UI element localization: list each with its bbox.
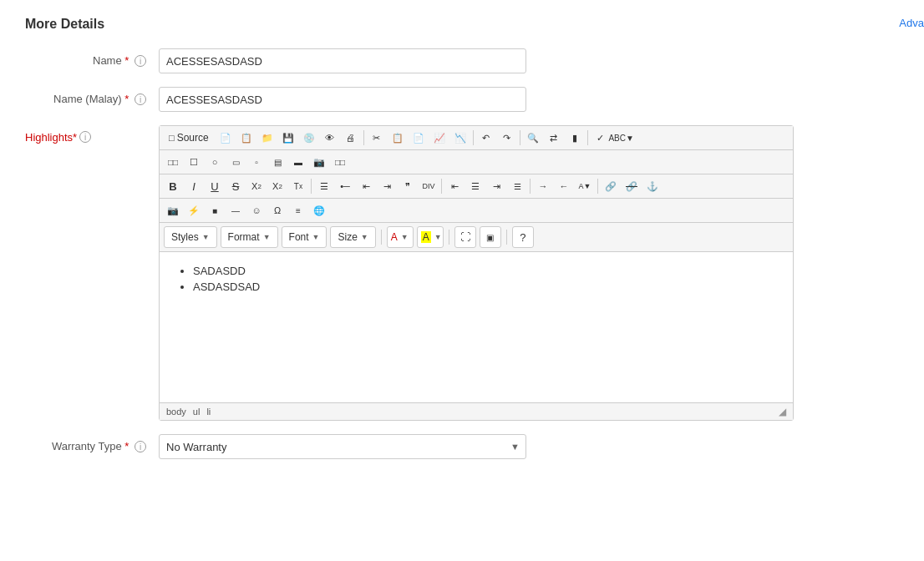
numbered-list-button[interactable]: ☰ <box>314 177 334 195</box>
unlink-button[interactable]: 🔗 <box>622 177 642 195</box>
copy-button[interactable]: 📋 <box>388 129 408 147</box>
show-blocks-button[interactable]: ▣ <box>480 226 501 248</box>
paste-word-button[interactable]: 📉 <box>450 129 470 147</box>
spellcheck-button[interactable]: ✓ <box>591 129 611 147</box>
flash-button[interactable]: ⚡ <box>184 201 204 220</box>
new-doc-button[interactable]: 📄 <box>216 129 236 147</box>
indent-button[interactable]: ⇥ <box>377 177 397 195</box>
save-all-button[interactable]: 💿 <box>299 129 319 147</box>
name-required: * <box>124 54 129 67</box>
highlights-info-icon[interactable]: i <box>79 131 91 143</box>
blockquote-button[interactable]: ❞ <box>398 177 418 195</box>
styles-dropdown[interactable]: Styles ▼ <box>164 226 217 248</box>
textfield-button[interactable]: ▭ <box>226 153 246 171</box>
table2-button[interactable]: ■ <box>205 201 225 220</box>
highlights-editor-wrapper: □ Source 📄 📋 📁 💾 💿 👁 🖨 ✂ 📋 📄 📈 📉 <box>159 125 794 421</box>
dropdown-row: Styles ▼ Format ▼ Font ▼ Size ▼ <box>160 223 793 252</box>
bg-color-button[interactable]: A ▼ <box>417 226 444 248</box>
hiddenfield-button[interactable]: □□ <box>330 153 350 171</box>
warranty-type-required: * <box>124 440 129 452</box>
undo-button[interactable]: ↶ <box>476 129 496 147</box>
div-button[interactable]: DIV <box>419 177 439 195</box>
source-icon: □ <box>169 133 175 143</box>
page-container: More Details Adva Name * i Name (Malay) … <box>0 0 924 561</box>
justify-right-button[interactable]: ⇥ <box>486 177 506 195</box>
bullet-list-button[interactable]: •─ <box>335 177 355 195</box>
print-button[interactable]: 🖨 <box>341 129 361 147</box>
name-malay-input[interactable] <box>159 87 526 112</box>
language-button[interactable]: A▼ <box>575 177 595 195</box>
text-color-arrow: ▼ <box>401 233 409 241</box>
toolbar-row-3: B I U S X2 X2 Tx ☰ •─ ⇤ ⇥ ❞ DIV ⇤ ☰ <box>160 174 793 199</box>
subscript-button[interactable]: X2 <box>246 177 267 195</box>
highlights-row: Highlights * i □ Source 📄 📋 📁 💾 💿 <box>25 125 899 421</box>
button-button[interactable]: ▬ <box>288 153 308 171</box>
templates-button[interactable]: 📋 <box>236 129 256 147</box>
strikethrough-button[interactable]: S <box>226 177 246 195</box>
select-button[interactable]: ▤ <box>267 153 287 171</box>
resize-handle[interactable]: ◢ <box>779 406 786 417</box>
text-color-button[interactable]: A ▼ <box>387 226 414 248</box>
table-button[interactable]: □□ <box>163 153 183 171</box>
warranty-type-info-icon[interactable]: i <box>135 441 146 452</box>
adv-link[interactable]: Adva <box>899 17 924 29</box>
text-color-icon: A <box>391 231 398 243</box>
imagebutton-button[interactable]: 📷 <box>309 153 329 171</box>
find-button[interactable]: 🔍 <box>523 129 543 147</box>
toolbar-sep-1 <box>363 130 364 145</box>
name-malay-label-text: Name <box>53 93 83 105</box>
textarea-button[interactable]: ▫ <box>246 153 267 171</box>
outdent-button[interactable]: ⇤ <box>356 177 376 195</box>
styles-arrow: ▼ <box>202 233 210 241</box>
link-button[interactable]: 🔗 <box>601 177 621 195</box>
name-malay-info-icon[interactable]: i <box>135 94 146 105</box>
smiley-button[interactable]: ☺ <box>246 201 267 220</box>
toolbar-sep-4 <box>587 130 588 145</box>
size-dropdown[interactable]: Size ▼ <box>330 226 375 248</box>
tag-li: li <box>206 407 211 417</box>
name-malay-label: Name (Malay) * i <box>25 87 159 105</box>
warranty-type-select[interactable]: No Warranty Manufacturer Warranty Seller… <box>159 434 526 459</box>
bidi-rtl-button[interactable]: ← <box>554 177 574 195</box>
justify-center-button[interactable]: ☰ <box>465 177 485 195</box>
hr-button[interactable]: — <box>226 201 246 220</box>
preview-button[interactable]: 👁 <box>320 129 340 147</box>
special-char-button[interactable]: Ω <box>267 201 287 220</box>
format-dropdown[interactable]: Format ▼ <box>221 226 278 248</box>
font-dropdown[interactable]: Font ▼ <box>282 226 327 248</box>
warranty-type-label: Warranty Type * i <box>25 434 159 452</box>
image-button[interactable]: 📷 <box>163 201 183 220</box>
select-all-button[interactable]: ▮ <box>565 129 585 147</box>
size-label: Size <box>338 231 357 243</box>
italic-button[interactable]: I <box>184 177 204 195</box>
underline-button[interactable]: U <box>205 177 225 195</box>
save-button[interactable]: 💾 <box>278 129 298 147</box>
dropdown-sep-1 <box>381 230 382 245</box>
paste-button[interactable]: 📄 <box>409 129 429 147</box>
name-input[interactable] <box>159 48 526 73</box>
iframe-button[interactable]: 🌐 <box>309 201 329 220</box>
justify-left-button[interactable]: ⇤ <box>444 177 465 195</box>
anchor-button[interactable]: ⚓ <box>642 177 663 195</box>
radio-button[interactable]: ○ <box>205 153 225 171</box>
name-info-icon[interactable]: i <box>135 55 146 67</box>
pagebreak-button[interactable]: ≡ <box>288 201 308 220</box>
justify-block-button[interactable]: ☰ <box>507 177 527 195</box>
checkbox-button[interactable]: ☐ <box>184 153 204 171</box>
help-button[interactable]: ? <box>512 226 534 248</box>
editor-content[interactable]: SADASDD ASDASDSAD <box>160 252 793 402</box>
remove-format-button[interactable]: Tx <box>288 177 308 195</box>
bidi-ltr-button[interactable]: → <box>533 177 553 195</box>
scayt-button[interactable]: ABC▼ <box>612 129 632 147</box>
open-button[interactable]: 📁 <box>257 129 277 147</box>
name-malay-required: * <box>124 93 129 105</box>
superscript-button[interactable]: X2 <box>267 177 287 195</box>
cut-button[interactable]: ✂ <box>367 129 387 147</box>
replace-button[interactable]: ⇄ <box>544 129 564 147</box>
paste-text-button[interactable]: 📈 <box>429 129 449 147</box>
redo-button[interactable]: ↷ <box>497 129 517 147</box>
maximize-button[interactable]: ⛶ <box>454 226 476 248</box>
source-button[interactable]: □ Source <box>163 129 215 147</box>
bg-color-icon: A <box>421 231 431 243</box>
bold-button[interactable]: B <box>163 177 183 195</box>
